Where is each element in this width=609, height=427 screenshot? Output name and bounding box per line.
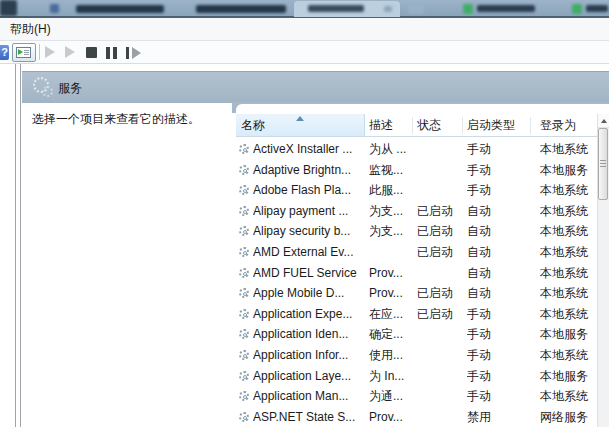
restart-service-icon[interactable]	[126, 47, 142, 59]
column-header-name-label[interactable]: 名称	[241, 114, 265, 136]
table-row[interactable]: ActiveX Installer ... 为从 ... 手动 本地系统	[236, 139, 609, 160]
service-gear-icon	[239, 226, 249, 236]
blurred-tab[interactable]	[196, 5, 286, 13]
service-gear-icon	[239, 144, 249, 154]
service-logon-as: 本地系统	[540, 242, 598, 263]
column-separator[interactable]	[462, 117, 463, 134]
service-gear-icon	[239, 268, 249, 278]
vertical-scrollbar[interactable]	[597, 114, 609, 427]
table-row[interactable]: Alipay payment ... 为支... 已启动 自动 本地系统	[236, 201, 609, 222]
table-row[interactable]: Adaptive Brightn... 监视... 手动 本地服务	[236, 160, 609, 181]
services-rows: ActiveX Installer ... 为从 ... 手动 本地系统 Ada…	[236, 139, 609, 427]
service-status	[417, 324, 465, 345]
service-logon-as: 本地系统	[540, 345, 598, 366]
table-row[interactable]: Alipay security b... 为支... 已启动 自动 本地系统	[236, 221, 609, 242]
service-description: 为 In...	[369, 366, 413, 387]
column-separator[interactable]	[530, 117, 531, 134]
resume-service-icon[interactable]	[65, 46, 75, 58]
service-name: Adobe Flash Pla...	[253, 180, 365, 201]
service-gear-icon	[239, 309, 249, 319]
restart-triangle-glyph	[132, 47, 141, 59]
blurred-tab[interactable]	[586, 5, 608, 12]
table-row[interactable]: AMD FUEL Service Prov... 自动 本地系统	[236, 263, 609, 284]
menu-item-help[interactable]: 帮助(H)	[5, 18, 56, 41]
column-separator[interactable]	[412, 117, 413, 134]
sort-ascending-icon	[296, 116, 304, 121]
table-row[interactable]: Application Man... 为通... 手动 本地系统	[236, 386, 609, 407]
service-startup-type: 手动	[467, 304, 529, 325]
service-status: 已启动	[417, 242, 465, 263]
service-name: Application Expe...	[253, 304, 365, 325]
service-status	[417, 366, 465, 387]
service-status: 已启动	[417, 304, 465, 325]
table-row[interactable]: Application Laye... 为 In... 手动 本地服务	[236, 366, 609, 387]
table-row[interactable]: Application Expe... 在应... 已启动 手动 本地系统	[236, 304, 609, 325]
column-header-desc[interactable]: 描述	[369, 114, 393, 136]
service-startup-type: 手动	[467, 366, 529, 387]
service-status	[417, 386, 465, 407]
service-startup-type: 自动	[467, 201, 529, 222]
console-window-icon[interactable]	[12, 43, 36, 62]
service-logon-as: 本地服务	[540, 160, 598, 181]
service-logon-as: 本地系统	[540, 263, 598, 284]
start-service-icon[interactable]	[45, 46, 55, 58]
service-name: ActiveX Installer ...	[253, 139, 365, 160]
service-gear-icon	[239, 185, 249, 195]
service-description	[369, 242, 413, 263]
service-description: 为通...	[369, 386, 413, 407]
help-icon[interactable]: ?	[0, 45, 9, 60]
service-startup-type: 手动	[467, 180, 529, 201]
table-row[interactable]: ASP.NET State S... Prov... 禁用 网络服务	[236, 407, 609, 427]
column-header-startup[interactable]: 启动类型	[467, 114, 515, 136]
scroll-up-icon[interactable]	[598, 114, 609, 128]
toolbar: ?	[0, 41, 609, 64]
service-logon-as: 本地系统	[540, 180, 598, 201]
description-placeholder-text: 选择一个项目来查看它的描述。	[32, 111, 222, 127]
pause-service-icon[interactable]	[106, 47, 110, 59]
service-logon-as: 本地系统	[540, 386, 598, 407]
blurred-favicon	[50, 4, 59, 13]
blurred-window-block[interactable]	[0, 0, 17, 16]
blurred-taskbar	[0, 0, 609, 18]
service-logon-as: 网络服务	[540, 407, 598, 427]
service-name: Application Infor...	[253, 345, 365, 366]
service-status: 已启动	[417, 221, 465, 242]
panel-title: 服务	[58, 76, 82, 100]
service-name: Alipay security b...	[253, 221, 365, 242]
column-header-logon[interactable]: 登录为	[540, 114, 576, 136]
service-description: 监视...	[369, 160, 413, 181]
services-mmc-window: 帮助(H) ? 服务 选择一个项目来查看它的描述。 名称 描述	[0, 0, 609, 427]
green-app-icon	[463, 4, 473, 14]
service-startup-type: 自动	[467, 263, 529, 284]
table-row[interactable]: AMD External Ev... 已启动 自动 本地系统	[236, 242, 609, 263]
service-description: 为支...	[369, 221, 413, 242]
table-row[interactable]: Application Infor... 使用... 手动 本地系统	[236, 345, 609, 366]
column-header-status[interactable]: 状态	[417, 114, 441, 136]
table-row[interactable]: Application Iden... 确定... 手动 本地服务	[236, 324, 609, 345]
service-name: AMD External Ev...	[253, 242, 365, 263]
stop-service-icon[interactable]	[86, 47, 97, 58]
service-gear-icon	[239, 329, 249, 339]
services-panel-header: 服务	[22, 71, 609, 103]
green-app-icon	[572, 4, 582, 14]
service-status	[417, 139, 465, 160]
service-description: Prov...	[369, 283, 413, 304]
service-gear-icon	[239, 206, 249, 216]
pane-divider[interactable]	[15, 64, 16, 427]
service-startup-type: 禁用	[467, 407, 529, 427]
toolbar-separator	[39, 44, 40, 60]
service-startup-type: 手动	[467, 324, 529, 345]
table-row[interactable]: Apple Mobile D... Prov... 已启动 自动 本地系统	[236, 283, 609, 304]
service-name: Application Laye...	[253, 366, 365, 387]
blurred-new-tab-icon[interactable]	[408, 4, 424, 14]
table-row[interactable]: Adobe Flash Pla... 此服... 手动 本地系统	[236, 180, 609, 201]
blurred-tab-title	[308, 5, 364, 12]
blurred-tab[interactable]	[76, 5, 164, 13]
scrollbar-thumb[interactable]	[598, 128, 608, 200]
blurred-close-icon[interactable]	[384, 6, 392, 12]
service-description: 在应...	[369, 304, 413, 325]
pane-divider[interactable]	[20, 64, 21, 427]
blurred-tab[interactable]	[477, 5, 535, 12]
menu-bar: 帮助(H)	[0, 18, 609, 41]
service-startup-type: 自动	[467, 221, 529, 242]
